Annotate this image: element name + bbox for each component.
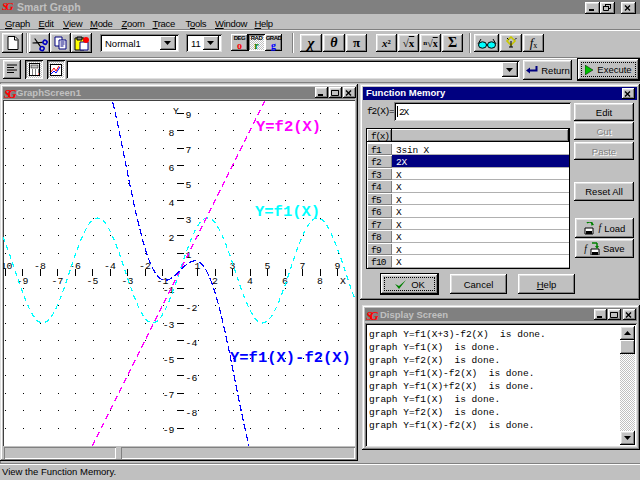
svg-text:10: 10 <box>3 261 12 272</box>
svg-text:-8: -8 <box>34 261 46 272</box>
svg-text:4: 4 <box>169 198 175 209</box>
svg-text:4: 4 <box>247 276 253 287</box>
svg-text:-6: -6 <box>186 373 198 384</box>
svg-text:Y: Y <box>173 106 179 117</box>
svg-text:5: 5 <box>186 180 192 191</box>
svg-text:-7: -7 <box>52 276 64 287</box>
svg-text:-7: -7 <box>163 390 175 401</box>
svg-text:-5: -5 <box>87 276 99 287</box>
svg-text:Y=f1(X): Y=f1(X) <box>255 203 320 221</box>
svg-text:-3: -3 <box>122 276 134 287</box>
svg-text:-5: -5 <box>163 355 175 366</box>
svg-text:1: 1 <box>186 250 192 261</box>
svg-text:7: 7 <box>186 145 192 156</box>
svg-text:6: 6 <box>169 163 175 174</box>
svg-text:-4: -4 <box>186 338 198 349</box>
svg-text:9: 9 <box>186 110 192 121</box>
svg-text:Y=f2(X): Y=f2(X) <box>256 118 321 136</box>
svg-text:-8: -8 <box>186 408 198 419</box>
svg-text:8: 8 <box>317 276 323 287</box>
svg-text:7: 7 <box>300 261 306 272</box>
svg-text:-2: -2 <box>139 261 151 272</box>
svg-text:2: 2 <box>169 233 175 244</box>
svg-text:-4: -4 <box>104 261 116 272</box>
svg-text:5: 5 <box>265 261 271 272</box>
svg-text:-3: -3 <box>163 320 175 331</box>
svg-text:-9: -9 <box>163 425 175 436</box>
svg-text:-2: -2 <box>186 303 198 314</box>
svg-text:9: 9 <box>335 261 341 272</box>
svg-text:8: 8 <box>169 128 175 139</box>
svg-text:Y=f1(X)-f2(X): Y=f1(X)-f2(X) <box>230 349 351 367</box>
svg-text:X: X <box>340 276 346 287</box>
svg-text:3: 3 <box>186 215 192 226</box>
svg-text:2: 2 <box>212 276 218 287</box>
